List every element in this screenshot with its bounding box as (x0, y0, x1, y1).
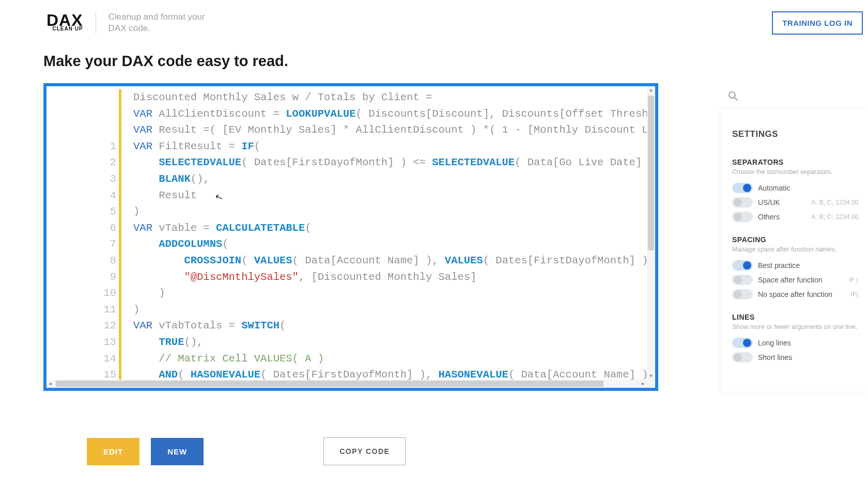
setting-option: Long lines (732, 336, 859, 350)
code-editor[interactable]: 123456789101112131415161718 Discounted M… (43, 83, 658, 391)
toggle[interactable] (732, 289, 753, 300)
section-subtitle: Manage space after function names. (732, 246, 859, 253)
code-line[interactable]: Discounted Monthly Sales w / Totals by C… (133, 89, 647, 106)
option-hint: A, B, C, 1234.00 (811, 199, 859, 206)
search-icon[interactable] (725, 88, 741, 104)
toggle[interactable] (732, 260, 753, 271)
code-line[interactable]: VAR vTable = CALCULATETABLE( (133, 220, 647, 237)
code-line[interactable]: VAR vTabTotals = SWITCH( (133, 318, 647, 334)
code-line[interactable]: AND( HASONEVALUE( Dates[FirstDayofMonth]… (133, 367, 647, 380)
code-line[interactable]: ) (133, 203, 647, 220)
line-number: 3 (53, 171, 116, 187)
code-line[interactable]: BLANK(), (133, 171, 647, 187)
toggle[interactable] (732, 183, 753, 193)
option-label: Long lines (758, 339, 791, 347)
code-line[interactable]: ) (133, 302, 647, 318)
code-line[interactable]: SELECTEDVALUE( Dates[FirstDayofMonth] ) … (133, 154, 647, 171)
line-number: 5 (53, 203, 116, 220)
line-number: 15 (53, 367, 116, 380)
code-line[interactable]: TRUE(), (133, 334, 647, 351)
toggle[interactable] (732, 338, 753, 348)
setting-option: Automatic (732, 181, 859, 195)
setting-option: OthersA; B; C; 1234.00 (732, 210, 859, 224)
option-hint: IF ( (849, 276, 859, 284)
code-line[interactable]: VAR Result =( [EV Monthly Sales] * AllCl… (133, 122, 647, 138)
toggle[interactable] (732, 197, 753, 208)
setting-option: No space after functionIF( (732, 287, 859, 302)
section-title: SEPARATORS (732, 158, 859, 166)
line-number: 11 (53, 302, 116, 318)
logo-sub: CLEAN UP (47, 26, 83, 32)
horizontal-scrollbar[interactable]: ◄ ► (47, 380, 647, 388)
new-button[interactable]: NEW (151, 438, 204, 465)
option-label: Space after function (758, 276, 823, 284)
divider (96, 12, 96, 34)
line-number: 12 (53, 318, 116, 334)
logo-main: DAX (47, 14, 83, 27)
option-label: Automatic (758, 184, 790, 192)
option-label: US/UK (758, 198, 780, 207)
tagline: Cleanup and format your DAX code. (109, 11, 222, 34)
option-label: Others (758, 213, 780, 221)
line-number: 8 (53, 253, 116, 269)
section-title: SPACING (732, 235, 859, 244)
section-subtitle: Choose the list/number separators. (732, 168, 859, 176)
line-number: 9 (53, 269, 116, 286)
code-line[interactable]: CROSSJOIN( VALUES( Data[Account Name] ),… (133, 253, 647, 269)
setting-option: US/UKA, B, C, 1234.00 (732, 195, 859, 210)
code-content[interactable]: Discounted Monthly Sales w / Totals by C… (124, 86, 647, 380)
code-line[interactable]: "@DiscMnthlySales", [Discounted Monthly … (133, 269, 647, 286)
setting-option: Short lines (732, 350, 859, 365)
code-line[interactable]: Result (133, 187, 647, 204)
copy-code-button[interactable]: COPY CODE (323, 437, 406, 465)
line-number: 13 (53, 334, 116, 351)
option-label: Best practice (758, 261, 800, 270)
line-number: 2 (53, 154, 116, 171)
scroll-corner (647, 380, 655, 388)
toggle[interactable] (732, 352, 753, 363)
line-number: 10 (53, 285, 116, 302)
settings-title: SETTINGS (732, 129, 859, 139)
option-hint: A; B; C; 1234.00 (811, 213, 859, 221)
edit-button[interactable]: EDIT (87, 438, 140, 465)
setting-option: Space after functionIF ( (732, 273, 859, 287)
section-title: LINES (732, 313, 859, 321)
line-number: 6 (53, 220, 116, 237)
option-label: No space after function (758, 290, 832, 298)
code-line[interactable]: ) (133, 285, 647, 302)
svg-line-1 (735, 98, 737, 100)
code-line[interactable]: // Matrix Cell VALUES( A ) (133, 351, 647, 367)
toggle[interactable] (732, 212, 753, 222)
section-subtitle: Show more or fewer arguments on one line… (732, 323, 859, 330)
line-number: 14 (53, 351, 116, 367)
option-hint: IF( (851, 291, 859, 298)
vertical-scrollbar[interactable]: ▲ ▼ (647, 86, 655, 380)
svg-point-0 (729, 92, 735, 98)
training-login-button[interactable]: TRAINING LOG IN (772, 11, 863, 35)
page-title: Make your DAX code easy to read. (43, 53, 868, 70)
line-gutter: 123456789101112131415161718 (47, 86, 124, 380)
setting-option: Best practice (732, 258, 859, 273)
line-number: 4 (53, 187, 116, 204)
code-line[interactable]: VAR FiltResult = IF( (133, 138, 647, 155)
line-number: 7 (53, 236, 116, 253)
logo: DAX CLEAN UP (47, 14, 83, 32)
settings-panel: SETTINGS SEPARATORSChoose the list/numbe… (721, 108, 868, 391)
option-label: Short lines (758, 353, 792, 361)
toggle[interactable] (732, 275, 753, 285)
code-line[interactable]: ADDCOLUMNS( (133, 236, 647, 253)
code-line[interactable]: VAR AllClientDiscount = LOOKUPVALUE( Dis… (133, 106, 647, 122)
line-number: 1 (53, 138, 116, 155)
